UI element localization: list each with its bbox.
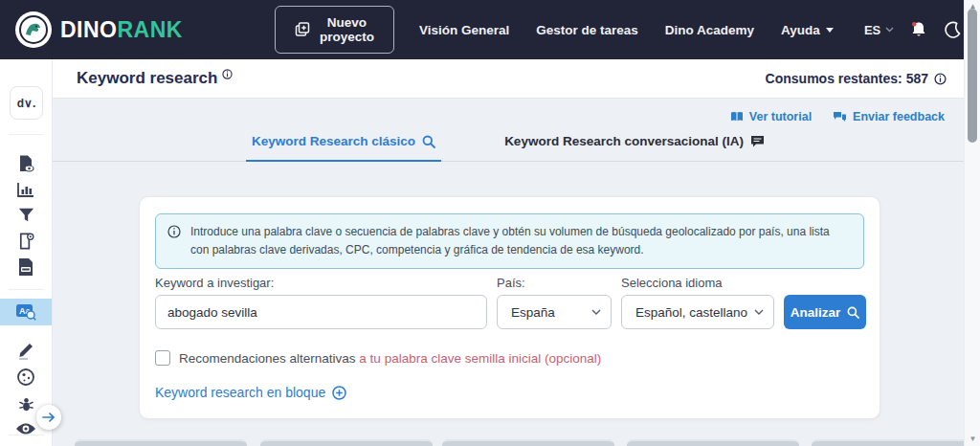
scrollbar-thumb[interactable]: [968, 9, 977, 143]
dark-mode-moon-icon[interactable]: [944, 21, 962, 39]
tab-label: Keyword Research clásico: [252, 134, 415, 148]
sidebar-item-reports[interactable]: [0, 150, 52, 176]
nav-link-ayuda[interactable]: Ayuda: [781, 23, 834, 37]
consumptions-info-icon[interactable]: [934, 73, 947, 85]
country-select-label: País:: [497, 276, 525, 290]
circle-dots-icon: [16, 368, 35, 387]
info-icon: [167, 225, 181, 259]
document-eye-icon: [16, 154, 35, 173]
pdf-document-icon: [17, 257, 34, 277]
sidebar-item-analytics[interactable]: [0, 176, 52, 202]
logo-rank: RANK: [118, 17, 183, 42]
main-content: Ver tutorial Enviar feedback Keyword Res…: [53, 99, 964, 446]
checkbox-label-dark: Recomendaciones alternativas: [179, 351, 356, 366]
new-project-button[interactable]: Nuevo proyecto: [275, 6, 394, 54]
keyword-input[interactable]: [155, 295, 487, 329]
skeleton-bar: [627, 439, 799, 446]
consumptions-label: Consumos restantes: 587: [766, 71, 928, 86]
keyword-research-icon: Aa: [15, 303, 36, 321]
sidebar-item-content-editor[interactable]: [0, 337, 52, 363]
mini-logo-text: d∨.: [17, 97, 35, 110]
language-selected-value: Español, castellano: [635, 305, 747, 320]
tab-label: Keyword Research conversacional (IA): [504, 134, 744, 148]
chevron-down-icon: [885, 27, 894, 33]
arrow-right-icon: [42, 412, 56, 423]
chevron-down-icon: [591, 309, 601, 315]
sidebar-divider: [9, 134, 44, 135]
dinorank-logo[interactable]: DINORANK: [15, 11, 183, 48]
language-selector[interactable]: ES: [864, 23, 894, 37]
title-info-icon[interactable]: [222, 69, 233, 88]
search-icon: [847, 306, 859, 319]
sidebar-expand-button[interactable]: [36, 405, 61, 430]
nav-link-dino-academy[interactable]: Dino Academy: [665, 23, 754, 37]
info-banner: Introduce una palabra clave o secuencia …: [155, 213, 864, 269]
logo-dino: DINO: [60, 17, 118, 42]
sidebar-item-filter[interactable]: [0, 202, 52, 228]
sidebar-item-cannibalization[interactable]: [0, 364, 52, 390]
country-select[interactable]: España: [497, 295, 612, 329]
remaining-consumptions: Consumos restantes: 587: [766, 71, 947, 86]
nav-link-gestor-tareas[interactable]: Gestor de tareas: [536, 23, 638, 37]
chevron-down-icon: [754, 309, 764, 315]
sidebar-divider: [9, 289, 44, 290]
skeleton-bar: [812, 439, 964, 446]
left-sidebar: d∨.: [0, 59, 53, 446]
sidebar-item-keyword-research[interactable]: Aa: [0, 299, 52, 325]
page-header: Keyword research Consumos restantes: 587: [53, 59, 964, 99]
skeleton-bar: [260, 439, 433, 446]
info-banner-text: Introduce una palabra clave o secuencia …: [190, 223, 850, 259]
tabstrip: Keyword Research clásico Keyword Researc…: [53, 99, 964, 162]
sidebar-item-tracking[interactable]: [0, 228, 52, 254]
tab-keyword-research-clasico[interactable]: Keyword Research clásico: [246, 134, 441, 162]
logo-wordmark: DINORANK: [60, 17, 183, 43]
alternatives-checkbox[interactable]: [155, 350, 170, 366]
country-selected-value: España: [511, 305, 555, 320]
search-icon: [422, 135, 435, 148]
bulk-link-label: Keyword research en bloque: [155, 385, 325, 400]
sidebar-mini-logo[interactable]: d∨.: [10, 86, 43, 120]
language-select[interactable]: Español, castellano: [621, 295, 774, 329]
alternatives-checkbox-row: Recomendaciones alternativas a tu palabr…: [155, 350, 601, 366]
language-code: ES: [864, 23, 880, 37]
dinorank-logo-icon: [15, 11, 52, 48]
checkbox-label-red: a tu palabra clave semilla inicial (opci…: [356, 351, 602, 366]
nav-links: Visión General Gestor de tareas Dino Aca…: [419, 23, 834, 37]
tab-keyword-research-conversacional[interactable]: Keyword Research conversacional (IA): [499, 134, 770, 161]
ayuda-label: Ayuda: [781, 23, 820, 37]
sidebar-divider: [9, 435, 44, 435]
analyze-button[interactable]: Analizar: [784, 295, 866, 329]
add-project-icon: [295, 22, 310, 37]
chat-bubble-icon: [750, 135, 765, 147]
keyword-research-card: Introduce una palabra clave o secuencia …: [139, 196, 880, 419]
sidebar-item-pdf[interactable]: [0, 254, 52, 279]
caret-down-icon: [826, 28, 834, 33]
new-project-label: Nuevo proyecto: [320, 15, 374, 44]
spider-icon: [17, 394, 35, 413]
funnel-filter-icon: [17, 206, 35, 224]
page-title: Keyword research: [77, 69, 233, 88]
keyword-input-label: Keyword a investigar:: [155, 276, 274, 290]
pencil-icon: [16, 341, 35, 360]
page-pin-icon: [17, 232, 35, 251]
page-scrollbar[interactable]: ▲ ▼: [964, 0, 980, 446]
bar-chart-icon: [16, 180, 35, 199]
skeleton-bar: [75, 439, 247, 446]
skeleton-bar: [442, 439, 614, 446]
scrollbar-down-arrow[interactable]: ▼: [965, 433, 980, 446]
plus-circle-icon: [332, 386, 346, 400]
notifications-bell-icon[interactable]: [909, 20, 928, 39]
bulk-keyword-research-link[interactable]: Keyword research en bloque: [155, 385, 346, 400]
language-select-label: Selecciona idioma: [621, 276, 723, 290]
alternatives-checkbox-label: Recomendaciones alternativas a tu palabr…: [179, 351, 601, 366]
analyze-button-label: Analizar: [791, 305, 841, 320]
nav-link-vision-general[interactable]: Visión General: [419, 23, 509, 37]
top-navbar: DINORANK Nuevo proyecto Visión General G…: [0, 0, 964, 59]
page-title-text: Keyword research: [77, 69, 217, 88]
